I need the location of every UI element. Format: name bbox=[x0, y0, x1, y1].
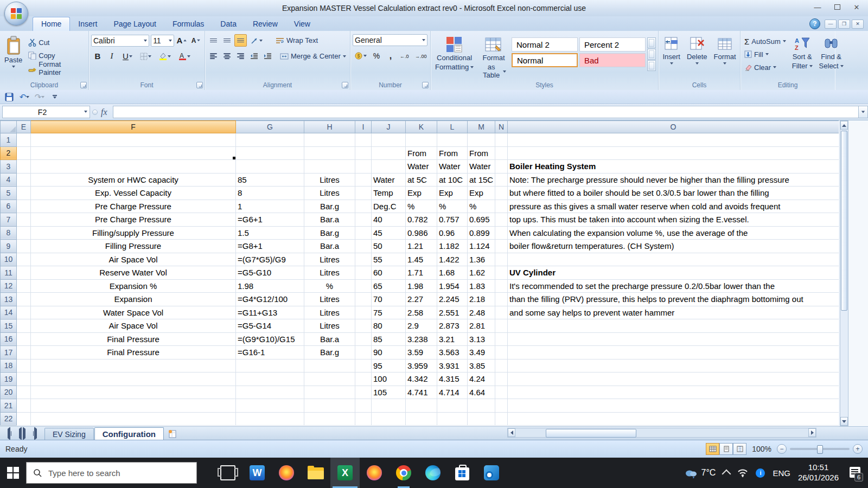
cell-I8[interactable] bbox=[355, 226, 372, 240]
cell-H14[interactable]: Litres bbox=[304, 306, 355, 319]
cell-O9[interactable]: boiler flow&return temperatures. (CH Sys… bbox=[508, 240, 839, 253]
align-center-button[interactable] bbox=[221, 50, 233, 62]
format-cells-button[interactable]: Format bbox=[711, 34, 738, 79]
cell-M9[interactable]: 1.124 bbox=[468, 240, 495, 253]
cell-L17[interactable]: 3.563 bbox=[437, 346, 468, 359]
cell-N11[interactable] bbox=[495, 266, 508, 280]
page-break-view-button[interactable] bbox=[733, 443, 746, 455]
cell-L7[interactable]: 0.757 bbox=[437, 213, 468, 227]
cell-M16[interactable]: 3.13 bbox=[468, 332, 495, 346]
cell-J7[interactable]: 40 bbox=[372, 213, 406, 227]
cell-L18[interactable]: 3.931 bbox=[437, 359, 468, 373]
cell-J15[interactable]: 80 bbox=[372, 319, 406, 333]
row-header-1[interactable]: 1 bbox=[1, 133, 17, 147]
cell-F21[interactable] bbox=[31, 399, 236, 413]
task-view-button[interactable] bbox=[213, 458, 242, 488]
cell-J1[interactable] bbox=[372, 133, 406, 147]
cell-L4[interactable]: at 10C bbox=[437, 173, 468, 187]
cell-F3[interactable] bbox=[31, 160, 236, 174]
cell-I17[interactable] bbox=[355, 346, 372, 359]
wrap-text-button[interactable]: Wrap Text bbox=[274, 35, 320, 47]
insert-worksheet-button[interactable] bbox=[166, 428, 179, 438]
cell-K22[interactable] bbox=[406, 412, 437, 426]
weather-widget[interactable]: 7°C bbox=[684, 467, 716, 478]
row-header-8[interactable]: 8 bbox=[1, 226, 17, 240]
tab-formulas[interactable]: Formulas bbox=[164, 17, 212, 31]
cell-G10[interactable]: =(G7*G5)/G9 bbox=[236, 253, 304, 266]
cell-I14[interactable] bbox=[355, 306, 372, 319]
row-header-22[interactable]: 22 bbox=[1, 412, 17, 426]
cell-I18[interactable] bbox=[355, 359, 372, 373]
cell-O5[interactable]: but where fitted to a boiler should be s… bbox=[508, 187, 839, 200]
cell-G18[interactable] bbox=[236, 359, 304, 373]
cell-I20[interactable] bbox=[355, 386, 372, 399]
cell-F15[interactable]: Air Space Vol bbox=[31, 319, 236, 333]
percent-style-button[interactable]: % bbox=[370, 49, 382, 62]
cell-I19[interactable] bbox=[355, 373, 372, 386]
borders-button[interactable] bbox=[137, 50, 154, 62]
cell-E5[interactable] bbox=[17, 187, 31, 200]
row-header-19[interactable]: 19 bbox=[1, 373, 17, 386]
cell-K14[interactable]: 2.58 bbox=[406, 306, 437, 319]
minimize-button[interactable]: — bbox=[809, 2, 826, 12]
row-header-11[interactable]: 11 bbox=[1, 266, 17, 280]
cell-I7[interactable] bbox=[355, 213, 372, 227]
cell-H15[interactable]: Litres bbox=[304, 319, 355, 333]
cell-L14[interactable]: 2.551 bbox=[437, 306, 468, 319]
fill-color-button[interactable] bbox=[155, 50, 174, 62]
cell-F2[interactable] bbox=[31, 146, 236, 160]
cell-G1[interactable] bbox=[236, 133, 304, 147]
cell-M17[interactable]: 3.49 bbox=[468, 346, 495, 359]
help-icon[interactable]: ? bbox=[809, 18, 820, 29]
cell-F10[interactable]: Air Space Vol bbox=[31, 253, 236, 266]
row-header-21[interactable]: 21 bbox=[1, 399, 17, 413]
cell-M2[interactable]: From bbox=[468, 146, 495, 160]
row-header-9[interactable]: 9 bbox=[1, 240, 17, 253]
cell-H9[interactable]: Bar.a bbox=[304, 240, 355, 253]
workbook-minimize-button[interactable]: — bbox=[825, 20, 837, 29]
cell-N16[interactable] bbox=[495, 332, 508, 346]
cell-M18[interactable]: 3.85 bbox=[468, 359, 495, 373]
styles-gallery-expand-button[interactable] bbox=[647, 60, 656, 71]
clock-widget[interactable]: 10:51 26/01/2026 bbox=[798, 463, 839, 483]
row-header-18[interactable]: 18 bbox=[1, 359, 17, 373]
cell-J12[interactable]: 65 bbox=[372, 279, 406, 293]
bottom-align-button[interactable] bbox=[234, 34, 247, 47]
sheet-tab-ev-sizing[interactable]: EV Sizing bbox=[44, 428, 94, 440]
cell-J4[interactable]: Water bbox=[372, 173, 406, 187]
cell-E3[interactable] bbox=[17, 160, 31, 174]
customize-qat-button[interactable] bbox=[49, 92, 61, 102]
cell-G9[interactable]: =G8+1 bbox=[236, 240, 304, 253]
row-header-16[interactable]: 16 bbox=[1, 332, 17, 346]
font-family-select[interactable]: Calibri bbox=[91, 35, 149, 47]
cell-G2[interactable] bbox=[236, 146, 304, 160]
row-header-7[interactable]: 7 bbox=[1, 213, 17, 227]
fx-icon[interactable]: fx bbox=[100, 107, 113, 117]
col-header-K[interactable]: K bbox=[406, 121, 437, 133]
cell-E14[interactable] bbox=[17, 306, 31, 319]
cell-K4[interactable]: at 5C bbox=[406, 173, 437, 187]
comma-style-button[interactable]: , bbox=[384, 49, 397, 62]
taskbar-app-file-explorer[interactable] bbox=[301, 458, 330, 488]
row-header-14[interactable]: 14 bbox=[1, 306, 17, 319]
cell-I21[interactable] bbox=[355, 399, 372, 413]
col-header-G[interactable]: G bbox=[236, 121, 304, 133]
scroll-right-button[interactable] bbox=[808, 428, 816, 437]
cell-K11[interactable]: 1.71 bbox=[406, 266, 437, 280]
top-align-button[interactable] bbox=[207, 34, 220, 47]
cell-M8[interactable]: 0.899 bbox=[468, 226, 495, 240]
style-bad[interactable]: Bad bbox=[579, 53, 646, 67]
cell-O10[interactable] bbox=[508, 253, 839, 266]
cell-N15[interactable] bbox=[495, 319, 508, 333]
font-color-button[interactable]: A bbox=[175, 50, 193, 62]
cell-H21[interactable] bbox=[304, 399, 355, 413]
row-header-3[interactable]: 3 bbox=[1, 160, 17, 174]
cell-F16[interactable]: Final Pressure bbox=[31, 332, 236, 346]
cell-E6[interactable] bbox=[17, 200, 31, 213]
cell-O12[interactable]: It's recommended to set the precharge pr… bbox=[508, 279, 839, 293]
fill-button[interactable]: Fill bbox=[743, 48, 788, 60]
cell-O8[interactable]: When calculating the expansion volume %,… bbox=[508, 226, 839, 240]
cell-G21[interactable] bbox=[236, 399, 304, 413]
middle-align-button[interactable] bbox=[221, 34, 233, 47]
row-header-17[interactable]: 17 bbox=[1, 346, 17, 359]
